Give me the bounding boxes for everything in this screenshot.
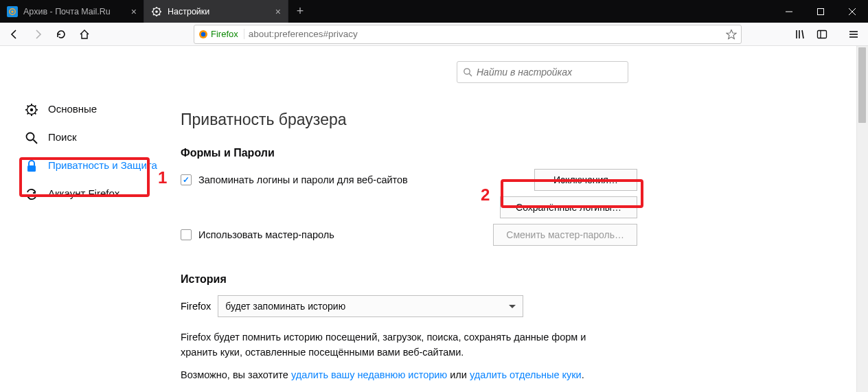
toolbar: Firefox about:preferences#privacy bbox=[0, 23, 868, 46]
content-area: Основные Поиск Приватность и Защита Акка… bbox=[0, 46, 868, 392]
forms-section-title: Формы и Пароли bbox=[181, 147, 821, 159]
maximize-button[interactable] bbox=[805, 0, 836, 23]
close-icon[interactable]: × bbox=[131, 6, 137, 17]
history-description: Firefox будет помнить историю посещений,… bbox=[181, 330, 620, 360]
close-window-button[interactable] bbox=[836, 0, 868, 23]
saved-logins-button[interactable]: Сохранённые логины… bbox=[500, 196, 637, 218]
tab-label: Архив - Почта Mail.Ru bbox=[23, 7, 126, 16]
sidebar-item-label: Основные bbox=[48, 102, 97, 116]
use-master-password-label: Использовать мастер-пароль bbox=[198, 229, 334, 240]
sidebar-item-label: Поиск bbox=[48, 130, 77, 144]
svg-point-40 bbox=[464, 69, 470, 74]
remember-logins-label: Запоминать логины и пароли для веб-сайто… bbox=[198, 174, 408, 185]
svg-line-33 bbox=[27, 106, 29, 107]
svg-rect-14 bbox=[818, 8, 824, 14]
svg-rect-39 bbox=[27, 165, 36, 172]
svg-point-18 bbox=[201, 32, 205, 36]
svg-line-41 bbox=[469, 73, 472, 76]
svg-line-34 bbox=[34, 113, 36, 114]
sidebar-item-account[interactable]: Аккаунт Firefox bbox=[21, 180, 161, 208]
search-icon bbox=[463, 67, 472, 77]
reload-button[interactable] bbox=[51, 24, 71, 45]
remove-cookies-link[interactable]: удалить отдельные куки bbox=[470, 369, 582, 380]
svg-line-9 bbox=[153, 8, 154, 9]
svg-line-38 bbox=[34, 140, 38, 144]
search-placeholder: Найти в настройках bbox=[477, 67, 572, 78]
clear-recent-history-link[interactable]: удалить вашу недавнюю историю bbox=[291, 369, 447, 380]
svg-line-12 bbox=[159, 8, 160, 9]
home-button[interactable] bbox=[74, 24, 95, 45]
sidebar-item-search[interactable]: Поиск bbox=[21, 124, 161, 152]
close-icon[interactable]: × bbox=[275, 6, 281, 17]
forward-button[interactable] bbox=[27, 24, 48, 45]
gear-icon bbox=[151, 6, 162, 17]
svg-point-2 bbox=[11, 10, 14, 13]
settings-search[interactable]: Найти в настройках bbox=[457, 61, 628, 83]
remember-logins-checkbox[interactable] bbox=[181, 174, 192, 185]
window-controls bbox=[773, 0, 868, 23]
scrollbar-thumb[interactable] bbox=[858, 47, 866, 123]
lock-icon bbox=[25, 159, 38, 173]
sidebar-item-label: Приватность и Защита bbox=[48, 159, 157, 172]
tab-mailru[interactable]: Архив - Почта Mail.Ru × bbox=[0, 0, 144, 23]
bookmark-star-icon[interactable] bbox=[726, 29, 737, 40]
mailru-favicon-icon bbox=[7, 6, 18, 17]
svg-point-28 bbox=[30, 108, 33, 111]
identity-box[interactable]: Firefox bbox=[198, 29, 244, 39]
back-button[interactable] bbox=[4, 24, 25, 45]
firefox-icon bbox=[198, 30, 208, 39]
svg-line-10 bbox=[159, 14, 160, 14]
sidebar-item-privacy[interactable]: Приватность и Защита bbox=[21, 152, 161, 180]
identity-label: Firefox bbox=[211, 29, 238, 39]
tab-settings[interactable]: Настройки × bbox=[144, 0, 288, 23]
new-tab-button[interactable]: + bbox=[288, 0, 312, 23]
history-mode-select[interactable]: будет запоминать историю bbox=[218, 295, 523, 317]
url-text: about:preferences#privacy bbox=[249, 29, 722, 39]
page-title: Приватность браузера bbox=[181, 111, 821, 129]
sidebar-toggle-button[interactable] bbox=[812, 24, 832, 45]
search-icon bbox=[25, 131, 38, 145]
gear-icon bbox=[25, 103, 38, 117]
history-links-paragraph: Возможно, вы захотите удалить вашу недав… bbox=[181, 367, 620, 382]
tab-bar: Архив - Почта Mail.Ru × Настройки × + bbox=[0, 0, 868, 23]
sidebar-item-label: Аккаунт Firefox bbox=[48, 187, 119, 200]
settings-main: Найти в настройках Приватность браузера … bbox=[161, 46, 848, 392]
exceptions-button[interactable]: Исключения… bbox=[534, 169, 637, 191]
history-select-value: будет запоминать историю bbox=[225, 301, 345, 312]
sync-icon bbox=[25, 187, 38, 201]
svg-point-4 bbox=[155, 10, 158, 13]
use-master-password-checkbox[interactable] bbox=[181, 229, 192, 240]
library-button[interactable] bbox=[790, 24, 810, 45]
svg-line-11 bbox=[153, 14, 154, 14]
url-bar[interactable]: Firefox about:preferences#privacy bbox=[194, 25, 742, 44]
sidebar-item-general[interactable]: Основные bbox=[21, 95, 161, 124]
change-master-password-button: Сменить мастер-пароль… bbox=[493, 224, 637, 246]
settings-sidebar: Основные Поиск Приватность и Защита Акка… bbox=[0, 46, 161, 392]
minimize-button[interactable] bbox=[773, 0, 805, 23]
svg-line-35 bbox=[27, 113, 29, 114]
svg-line-21 bbox=[802, 30, 803, 38]
history-firefox-label: Firefox bbox=[181, 301, 211, 312]
svg-point-37 bbox=[27, 133, 34, 141]
svg-line-36 bbox=[34, 106, 36, 107]
svg-rect-22 bbox=[818, 30, 827, 38]
vertical-scrollbar[interactable] bbox=[856, 46, 868, 392]
app-menu-button[interactable] bbox=[843, 24, 864, 45]
tab-label: Настройки bbox=[168, 7, 270, 16]
history-section-title: История bbox=[181, 273, 821, 286]
